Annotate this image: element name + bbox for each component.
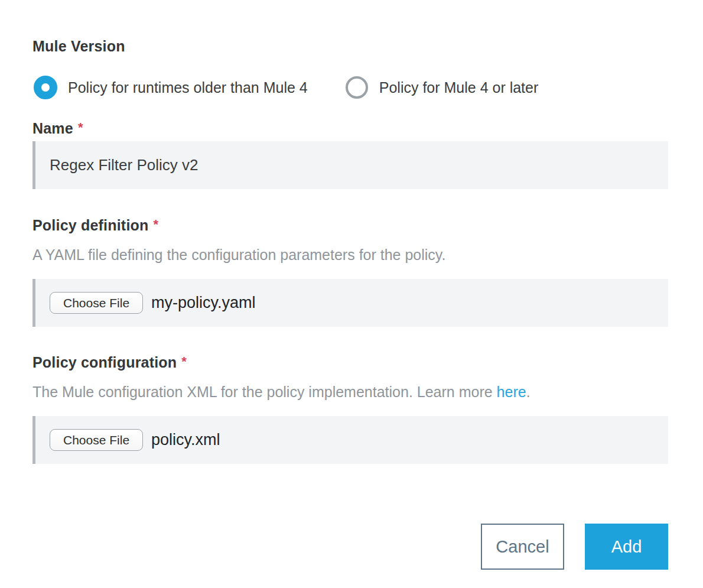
policy-configuration-label-text: Policy configuration <box>32 354 177 371</box>
mule-version-radio-group: Policy for runtimes older than Mule 4 Po… <box>32 76 668 99</box>
radio-option-label: Policy for Mule 4 or later <box>379 76 539 99</box>
policy-definition-filename: my-policy.yaml <box>151 294 256 312</box>
policy-configuration-file-field: Choose File policy.xml <box>32 416 668 464</box>
mule-version-label: Mule Version <box>32 38 668 54</box>
required-asterisk: * <box>78 120 83 135</box>
radio-option-mule4-or-later[interactable]: Policy for Mule 4 or later <box>345 76 539 99</box>
policy-configuration-label: Policy configuration* <box>32 354 668 372</box>
policy-definition-choose-file-button[interactable]: Choose File <box>50 292 143 314</box>
description-text: The Mule configuration XML for the polic… <box>32 384 497 400</box>
policy-configuration-filename: policy.xml <box>151 431 220 449</box>
name-input[interactable] <box>32 141 668 189</box>
radio-unselected-icon[interactable] <box>346 76 368 99</box>
name-label-text: Name <box>32 120 73 137</box>
radio-selected-icon[interactable] <box>34 76 57 99</box>
required-asterisk: * <box>181 354 187 369</box>
learn-more-link[interactable]: here <box>497 384 526 400</box>
policy-definition-file-field: Choose File my-policy.yaml <box>32 279 668 327</box>
policy-configuration-description: The Mule configuration XML for the polic… <box>32 384 668 400</box>
policy-definition-label: Policy definition* <box>32 217 668 235</box>
policy-definition-label-text: Policy definition <box>32 217 148 233</box>
policy-configuration-choose-file-button[interactable]: Choose File <box>50 429 143 451</box>
radio-option-label: Policy for runtimes older than Mule 4 <box>68 76 308 99</box>
add-policy-form: Mule Version Policy for runtimes older t… <box>0 0 703 588</box>
policy-definition-description: A YAML file defining the configuration p… <box>32 246 668 263</box>
description-text: . <box>526 384 530 400</box>
add-button[interactable]: Add <box>585 524 668 570</box>
radio-option-older-than-mule4[interactable]: Policy for runtimes older than Mule 4 <box>34 76 308 99</box>
required-asterisk: * <box>153 217 158 232</box>
cancel-button[interactable]: Cancel <box>481 524 564 570</box>
name-label: Name* <box>32 120 668 138</box>
dialog-actions: Cancel Add <box>32 524 668 570</box>
